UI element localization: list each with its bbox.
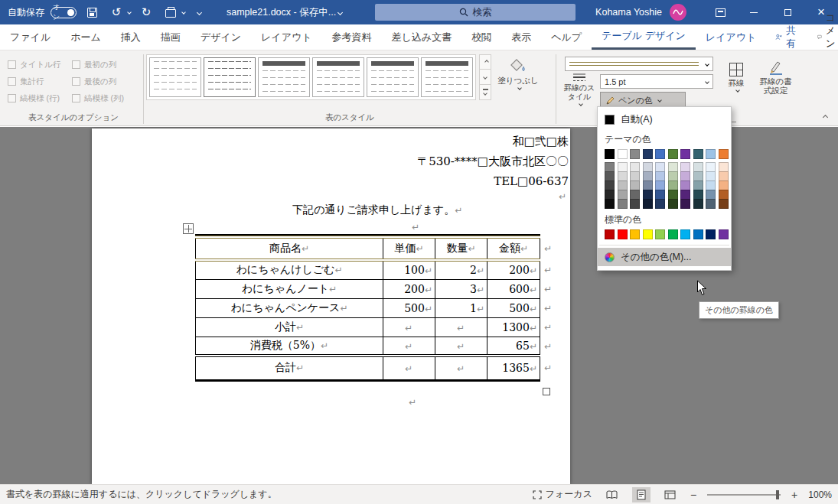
table-cell[interactable]: ↵ (383, 317, 435, 337)
table-cell[interactable]: 600↵ (487, 279, 540, 298)
automatic-color-item[interactable]: 自動(A) (598, 110, 731, 128)
table-cell[interactable]: わにちゃんノート↵ (196, 279, 383, 298)
table-cell[interactable]: 200↵ (487, 260, 540, 279)
table-cell[interactable]: ↵ (435, 337, 487, 356)
tab-main-7[interactable]: 校閲 (461, 24, 501, 50)
web-layout-button[interactable] (661, 487, 680, 502)
table-style-thumb-5[interactable] (421, 57, 473, 97)
shading-button[interactable]: 塗りつぶし (494, 54, 542, 93)
table-cell[interactable]: 消費税（5%）↵ (196, 337, 383, 356)
checkbox-option-3[interactable]: 最初の列 (72, 57, 135, 72)
tab-contextual-0[interactable]: テーブル デザイン (592, 24, 696, 50)
redo-button[interactable]: ↻ (137, 3, 155, 21)
color-swatch[interactable] (719, 149, 729, 159)
table-cell[interactable]: 2↵ (435, 260, 487, 279)
tab-main-3[interactable]: デザイン (191, 24, 251, 50)
page[interactable]: 和□弐□株 〒530-****□大阪市北区〇〇 TEL□06-637 ↵ 下記の… (92, 128, 570, 484)
chevron-down-icon[interactable] (127, 10, 132, 15)
color-swatch[interactable] (605, 229, 615, 239)
color-swatch[interactable] (618, 199, 628, 209)
table-header-cell[interactable]: 数量↵ (435, 237, 487, 260)
color-swatch[interactable] (668, 199, 678, 209)
color-swatch[interactable] (668, 229, 678, 239)
color-swatch[interactable] (605, 149, 615, 159)
color-swatch[interactable] (618, 229, 628, 239)
color-swatch[interactable] (643, 149, 653, 159)
color-swatch[interactable] (693, 199, 703, 209)
color-swatch[interactable] (680, 229, 690, 239)
table-cell[interactable]: 3↵ (435, 279, 487, 298)
table-cell[interactable]: わにちゃんペンケース↵ (196, 298, 383, 317)
color-swatch[interactable] (719, 229, 729, 239)
color-swatch[interactable] (706, 199, 716, 209)
print-layout-button[interactable] (632, 487, 651, 502)
ribbon-display-options-button[interactable] (703, 0, 737, 24)
color-swatch[interactable] (719, 199, 729, 209)
tab-main-1[interactable]: 挿入 (111, 24, 151, 50)
more-colors-item[interactable]: その他の色(M)... (598, 248, 731, 266)
pen-weight-combo[interactable]: 1.5 pt (600, 74, 713, 89)
table-cell[interactable]: 500↵ (383, 298, 435, 317)
maximize-button[interactable] (771, 0, 804, 24)
table-style-thumb-1[interactable] (204, 57, 256, 97)
checkbox-option-1[interactable]: 集計行 (8, 74, 67, 89)
table-cell[interactable]: 100↵ (383, 260, 435, 279)
tab-contextual-1[interactable]: レイアウト (696, 24, 767, 50)
color-swatch[interactable] (693, 229, 703, 239)
table-resize-handle[interactable] (543, 388, 550, 395)
color-swatch[interactable] (680, 199, 690, 209)
search-input[interactable]: 検索 (375, 4, 576, 21)
color-swatch[interactable] (693, 149, 703, 159)
user-name[interactable]: Kohama Yoshie (595, 7, 662, 18)
gallery-scroll-up-button[interactable] (479, 54, 491, 70)
border-styles-button[interactable]: 罫線のスタイル (562, 73, 597, 119)
color-swatch[interactable] (655, 199, 665, 209)
tab-main-6[interactable]: 差し込み文書 (382, 24, 462, 50)
customize-qat-chevron-icon[interactable] (197, 9, 202, 15)
color-swatch[interactable] (706, 229, 716, 239)
table-header-cell[interactable]: 単価↵ (383, 237, 435, 260)
tab-main-0[interactable]: ホーム (60, 24, 111, 50)
color-swatch[interactable] (630, 229, 640, 239)
save-button[interactable] (83, 3, 101, 21)
checkbox-option-0[interactable]: タイトル行 (8, 57, 67, 72)
table-cell[interactable]: 65↵ (487, 337, 540, 356)
invoice-table[interactable]: 商品名↵単価↵数量↵金額↵わにちゃんけしごむ↵100↵2↵200↵わにちゃんノー… (195, 236, 540, 382)
table-style-thumb-3[interactable] (312, 57, 364, 97)
gallery-more-button[interactable] (479, 85, 491, 100)
table-cell[interactable]: 1365↵ (487, 356, 540, 380)
table-cell[interactable]: ↵ (435, 356, 487, 380)
color-swatch[interactable] (655, 229, 665, 239)
quick-print-button[interactable] (161, 3, 185, 21)
table-cell[interactable]: ↵ (383, 337, 435, 356)
color-swatch[interactable] (605, 199, 615, 209)
checkbox-option-5[interactable]: 縞模様 (列) (72, 91, 135, 106)
color-swatch[interactable] (630, 149, 640, 159)
table-cell[interactable]: 1300↵ (487, 317, 540, 337)
table-cell[interactable]: 500↵ (487, 298, 540, 317)
zoom-level[interactable]: 100% (808, 489, 832, 500)
tab-main-8[interactable]: 表示 (501, 24, 541, 50)
color-swatch[interactable] (618, 149, 628, 159)
border-painter-button[interactable]: 罫線の書式設定 (758, 57, 794, 121)
border-style-combo[interactable] (565, 57, 713, 71)
collapse-ribbon-icon[interactable] (823, 115, 828, 120)
table-move-handle[interactable] (183, 223, 194, 234)
color-swatch[interactable] (630, 199, 640, 209)
table-cell[interactable]: ↵ (383, 356, 435, 380)
table-cell[interactable]: 1↵ (435, 298, 487, 317)
comments-button[interactable]: コメント (808, 24, 838, 50)
table-cell[interactable]: ↵ (435, 317, 487, 337)
tab-main-9[interactable]: ヘルプ (541, 24, 592, 50)
zoom-slider-thumb[interactable] (776, 490, 779, 499)
color-swatch[interactable] (706, 149, 716, 159)
color-swatch[interactable] (655, 149, 665, 159)
chevron-down-icon[interactable] (181, 10, 186, 15)
focus-button[interactable]: フォーカス (533, 488, 592, 501)
table-cell[interactable]: 小計↵ (196, 317, 383, 337)
minimize-button[interactable] (737, 0, 771, 24)
table-header-cell[interactable]: 金額↵ (487, 237, 540, 260)
table-style-thumb-0[interactable] (149, 57, 201, 97)
tab-main-5[interactable]: 参考資料 (322, 24, 382, 50)
tab-main-4[interactable]: レイアウト (251, 24, 322, 50)
